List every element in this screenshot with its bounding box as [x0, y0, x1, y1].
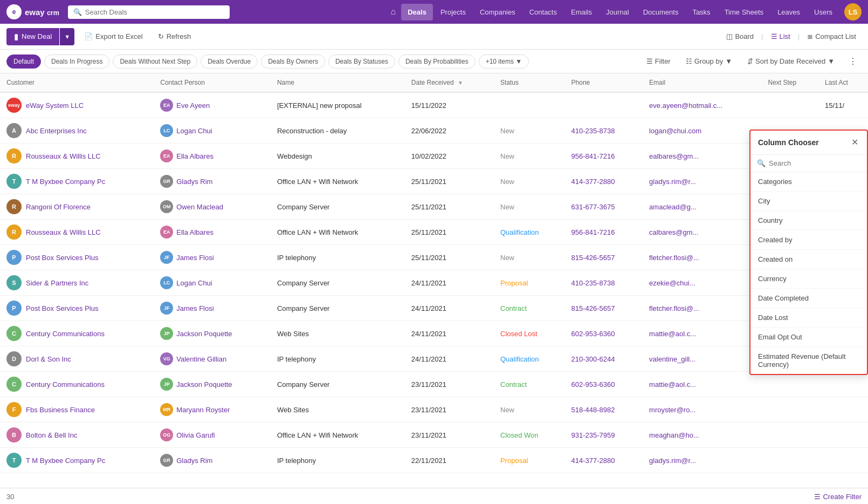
- contact-link-2[interactable]: Ella Albares: [176, 152, 213, 160]
- email-link-9[interactable]: mattie@aol.c...: [649, 330, 696, 338]
- phone-link-3[interactable]: 414-377-2880: [571, 178, 615, 186]
- phone-link-8[interactable]: 815-426-5657: [571, 304, 615, 312]
- search-input[interactable]: [85, 8, 224, 16]
- column-item-0[interactable]: Categories: [750, 172, 867, 192]
- email-link-8[interactable]: fletcher.flosi@...: [649, 304, 699, 312]
- column-item-4[interactable]: Created on: [750, 250, 867, 269]
- contact-link-8[interactable]: James Flosi: [176, 304, 213, 312]
- email-link-1[interactable]: logan@chui.com: [649, 127, 701, 135]
- email-link-10[interactable]: valentine_gill...: [649, 355, 695, 363]
- email-link-3[interactable]: gladys.rim@r...: [649, 178, 696, 186]
- home-icon[interactable]: ⌂: [387, 3, 401, 21]
- customer-link-1[interactable]: Abc Enterprises Inc: [26, 127, 87, 135]
- phone-link-11[interactable]: 602-953-6360: [571, 380, 615, 389]
- column-item-5[interactable]: Currency: [750, 269, 867, 289]
- email-link-4[interactable]: amaclead@g...: [649, 203, 697, 211]
- customer-link-0[interactable]: eWay System LLC: [26, 101, 84, 110]
- nav-users[interactable]: Users: [808, 4, 839, 21]
- phone-link-6[interactable]: 815-426-5657: [571, 254, 615, 262]
- customer-link-7[interactable]: Sider & Partners Inc: [26, 279, 88, 287]
- customer-link-4[interactable]: Rangoni Of Florence: [26, 203, 91, 211]
- customer-link-6[interactable]: Post Box Services Plus: [26, 254, 98, 262]
- phone-link-2[interactable]: 956-841-7216: [571, 152, 615, 160]
- column-item-6[interactable]: Date Completed: [750, 289, 867, 308]
- search-bar[interactable]: 🔍: [68, 5, 230, 19]
- contact-link-6[interactable]: James Flosi: [176, 254, 213, 262]
- customer-link-14[interactable]: T M Byxbee Company Pc: [26, 457, 105, 465]
- nav-emails[interactable]: Emails: [564, 4, 598, 21]
- new-deal-caret-button[interactable]: ▼: [60, 28, 74, 45]
- column-item-3[interactable]: Created by: [750, 230, 867, 250]
- sort-button[interactable]: ⇵ Sort by Date Received ▼: [742, 55, 840, 68]
- more-options-button[interactable]: ⋮: [844, 54, 862, 69]
- customer-link-10[interactable]: Dorl & Son Inc: [26, 355, 71, 363]
- nav-documents[interactable]: Documents: [637, 4, 685, 21]
- phone-link-9[interactable]: 602-953-6360: [571, 330, 615, 338]
- contact-link-10[interactable]: Valentine Gillian: [176, 355, 226, 363]
- compact-view-button[interactable]: ≣ Compact List: [802, 30, 862, 43]
- email-link-6[interactable]: fletcher.flosi@...: [649, 254, 699, 262]
- email-link-7[interactable]: ezekie@chui...: [649, 279, 695, 287]
- customer-link-5[interactable]: Rousseaux & Willis LLC: [26, 228, 101, 236]
- customer-link-13[interactable]: Bolton & Bell Inc: [26, 431, 77, 439]
- contact-link-14[interactable]: Gladys Rim: [176, 457, 212, 465]
- contact-link-12[interactable]: Maryann Royster: [176, 406, 230, 414]
- nav-tasks[interactable]: Tasks: [686, 4, 717, 21]
- column-item-8[interactable]: Email Opt Out: [750, 328, 867, 347]
- user-avatar[interactable]: LS: [844, 3, 862, 21]
- filter-by-statuses[interactable]: Deals By Statuses: [328, 55, 395, 69]
- nav-timesheets[interactable]: Time Sheets: [718, 4, 770, 21]
- contact-link-7[interactable]: Logan Chui: [176, 279, 212, 287]
- filter-overdue[interactable]: Deals Overdue: [201, 55, 258, 69]
- export-button[interactable]: 📄 Export to Excel: [79, 29, 148, 44]
- contact-link-13[interactable]: Olivia Garufi: [176, 431, 215, 439]
- column-item-9[interactable]: Estimated Revenue (Default Currency): [750, 347, 867, 374]
- contact-link-0[interactable]: Eve Ayeen: [176, 101, 210, 110]
- phone-link-14[interactable]: 414-377-2880: [571, 457, 615, 465]
- phone-link-12[interactable]: 518-448-8982: [571, 406, 615, 414]
- filter-by-owners[interactable]: Deals By Owners: [261, 55, 325, 69]
- email-link-13[interactable]: meaghan@ho...: [649, 431, 699, 439]
- email-link-2[interactable]: ealbares@gm...: [649, 152, 699, 160]
- filter-ctrl-button[interactable]: ☰ Filter: [641, 55, 676, 68]
- filter-by-probabilities[interactable]: Deals By Probabilities: [398, 55, 476, 69]
- nav-deals[interactable]: Deals: [401, 4, 433, 21]
- phone-link-13[interactable]: 931-235-7959: [571, 431, 615, 439]
- email-link-0[interactable]: eve.ayeen@hotmail.c...: [649, 101, 722, 110]
- new-deal-button[interactable]: ▮ New Deal: [6, 28, 59, 45]
- nav-projects[interactable]: Projects: [434, 4, 472, 21]
- customer-link-9[interactable]: Century Communications: [26, 330, 105, 338]
- filter-in-progress[interactable]: Deals In Progress: [44, 55, 109, 69]
- filter-without-next-step[interactable]: Deals Without Next Step: [113, 55, 197, 69]
- create-filter-button[interactable]: ☰ Create Filter: [814, 493, 862, 501]
- contact-link-11[interactable]: Jackson Poquette: [176, 380, 232, 389]
- contact-link-4[interactable]: Owen Maclead: [176, 203, 223, 211]
- filter-more[interactable]: +10 items ▼: [479, 55, 529, 69]
- email-link-14[interactable]: gladys.rim@r...: [649, 457, 696, 465]
- email-link-12[interactable]: mroyster@ro...: [649, 406, 695, 414]
- customer-link-2[interactable]: Rousseaux & Willis LLC: [26, 152, 101, 160]
- column-search-input[interactable]: [769, 159, 860, 167]
- nav-companies[interactable]: Companies: [473, 4, 522, 21]
- phone-link-1[interactable]: 410-235-8738: [571, 127, 615, 135]
- phone-link-5[interactable]: 956-841-7216: [571, 228, 615, 236]
- phone-link-4[interactable]: 631-677-3675: [571, 203, 615, 211]
- phone-link-10[interactable]: 210-300-6244: [571, 355, 615, 363]
- phone-link-7[interactable]: 410-235-8738: [571, 279, 615, 287]
- filter-default[interactable]: Default: [6, 55, 41, 69]
- customer-link-11[interactable]: Century Communications: [26, 380, 105, 389]
- board-view-button[interactable]: ◫ Board: [721, 30, 759, 43]
- group-by-button[interactable]: ☷ Group by ▼: [680, 55, 738, 68]
- nav-leaves[interactable]: Leaves: [771, 4, 807, 21]
- nav-contacts[interactable]: Contacts: [523, 4, 563, 21]
- contact-link-5[interactable]: Ella Albares: [176, 228, 213, 236]
- refresh-button[interactable]: ↻ Refresh: [153, 29, 197, 44]
- email-link-5[interactable]: calbares@gm...: [649, 228, 698, 236]
- customer-link-8[interactable]: Post Box Services Plus: [26, 304, 98, 312]
- customer-link-12[interactable]: Fbs Business Finance: [26, 406, 95, 414]
- column-item-7[interactable]: Date Lost: [750, 308, 867, 328]
- nav-journal[interactable]: Journal: [600, 4, 636, 21]
- close-column-chooser-button[interactable]: ✕: [850, 137, 859, 148]
- customer-link-3[interactable]: T M Byxbee Company Pc: [26, 178, 105, 186]
- column-item-1[interactable]: City: [750, 192, 867, 211]
